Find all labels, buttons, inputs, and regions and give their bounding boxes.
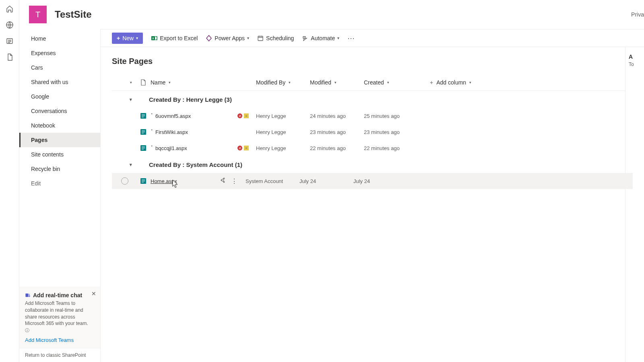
new-button[interactable]: + New ▾ [112,33,143,44]
nav-home[interactable]: Home [19,31,100,46]
plus-icon: + [117,35,120,41]
group-label: Created By : System Account (1) [138,161,242,168]
home-icon[interactable] [6,5,14,13]
calendar-icon [257,35,264,41]
draft-icon: ≡ [244,113,249,118]
info-icon[interactable]: ⓘ [25,328,29,333]
column-created[interactable]: Created▾ [364,79,418,86]
item-name[interactable]: ⋆6uovmnf5.aspx [149,113,237,119]
list-item[interactable]: ⋆FirstWiki.aspx Henry Legge 23 minutes a… [112,124,633,140]
item-created: 25 minutes ago [364,113,418,119]
type-column-icon[interactable] [138,79,149,86]
chevron-down-icon: ▾ [334,80,336,84]
nav-expenses[interactable]: Expenses [19,46,100,60]
globe-icon[interactable] [6,21,14,29]
row-select-checkbox[interactable] [121,177,128,185]
svg-point-14 [221,179,222,181]
group-header[interactable]: ▾ Created By : System Account (1) [112,156,633,173]
chevron-down-icon[interactable]: ▾ [112,97,138,102]
file-icon[interactable] [6,53,14,61]
app-rail [0,0,19,362]
command-bar: + New ▾ X Export to Excel P [101,29,644,47]
nav-edit[interactable]: Edit [19,176,100,191]
classic-sharepoint-link[interactable]: Return to classic SharePoint [19,348,100,362]
item-name[interactable]: ⋆bqccqjl1.aspx [149,145,237,151]
item-modified: July 24 [299,178,353,184]
share-icon[interactable] [220,177,225,185]
blocked-icon: ⊘ [237,146,242,150]
nav-recycle-bin[interactable]: Recycle bin [19,162,100,176]
detail-heading: A [625,47,644,62]
more-actions-button[interactable]: ⋯ [347,34,355,43]
page-icon [138,128,149,136]
chevron-down-icon: ▾ [469,80,471,84]
item-name[interactable]: ⋆FirstWiki.aspx [149,129,237,135]
item-modified: 24 minutes ago [310,113,364,119]
teams-promo-card: ✕ Add real-time chat Add Microsoft Teams… [19,287,100,348]
automate-button[interactable]: Automate ▾ [302,35,339,41]
chevron-down-icon: ▾ [136,36,138,40]
nav-conversations[interactable]: Conversations [19,104,100,118]
nav-notebook[interactable]: Notebook [19,118,100,133]
chevron-down-icon: ▾ [169,80,171,84]
svg-point-3 [29,294,30,295]
more-icon[interactable]: ⋮ [231,177,237,185]
list-title: Site Pages [112,57,633,66]
page-icon [138,177,149,185]
column-name[interactable]: Name▾ [149,79,256,86]
blocked-icon: ⊘ [237,113,242,118]
svg-rect-2 [25,294,28,297]
column-headers: ▾ Name▾ Modified By▾ Modified▾ Created▾ … [112,74,633,91]
close-icon[interactable]: ✕ [91,290,96,297]
svg-point-13 [223,181,225,183]
export-excel-button[interactable]: X Export to Excel [151,35,198,41]
item-modified-by: Henry Legge [256,145,310,151]
page-icon [138,112,149,119]
group-label: Created By : Henry Legge (3) [138,96,232,103]
group-header[interactable]: ▾ Created By : Henry Legge (3) [112,91,633,108]
select-all-toggle[interactable]: ▾ [112,80,138,84]
list-item[interactable]: ⋆bqccqjl1.aspx ⊘≡ Henry Legge 22 minutes… [112,140,633,156]
chevron-down-icon: ▾ [337,36,339,40]
excel-icon: X [151,35,157,41]
chevron-down-icon: ▾ [289,80,291,84]
item-modified-by: System Account [246,178,299,184]
teams-card-desc: Add Microsoft Teams to collaborate in re… [25,300,94,334]
add-column-button[interactable]: +Add column▾ [418,79,633,86]
power-apps-button[interactable]: Power Apps ▾ [206,35,249,41]
teams-card-link[interactable]: Add Microsoft Teams [25,337,74,343]
nav-pages[interactable]: Pages [19,133,100,147]
site-header: T TestSite Priva [19,0,644,29]
plus-icon: + [430,79,433,86]
automate-icon [302,35,308,41]
item-modified: 22 minutes ago [310,145,364,151]
privacy-label: Priva [631,11,644,18]
column-modified[interactable]: Modified▾ [310,79,364,86]
chevron-down-icon[interactable]: ▾ [112,162,138,167]
details-pane: A To [625,47,644,362]
nav-cars[interactable]: Cars [19,60,100,75]
teams-icon [25,292,31,298]
nav-shared[interactable]: Shared with us [19,75,100,89]
chevron-down-icon: ▾ [130,80,132,84]
svg-rect-4 [29,295,30,297]
chevron-down-icon: ▾ [247,36,249,40]
site-logo[interactable]: T [29,6,47,23]
nav-site-contents[interactable]: Site contents [19,147,100,162]
nav-google[interactable]: Google [19,89,100,104]
chevron-down-icon: ▾ [387,80,389,84]
list-item[interactable]: ⋆6uovmnf5.aspx ⊘≡ Henry Legge 24 minutes… [112,108,633,124]
list-item[interactable]: Home.aspx ⋮ System Account July 24 July … [112,173,633,189]
new-indicator-icon: ⋆ [151,144,153,148]
news-icon[interactable] [6,37,14,45]
page-icon [138,144,149,152]
column-modified-by[interactable]: Modified By▾ [256,79,310,86]
powerapps-icon [206,35,212,41]
teams-card-title: Add real-time chat [33,292,82,298]
detail-sub: To [625,62,644,67]
site-title: TestSite [55,9,92,20]
new-indicator-icon: ⋆ [151,111,153,116]
item-status: ⊘≡ [237,146,256,150]
item-created: 23 minutes ago [364,129,418,135]
scheduling-button[interactable]: Scheduling [257,35,294,41]
